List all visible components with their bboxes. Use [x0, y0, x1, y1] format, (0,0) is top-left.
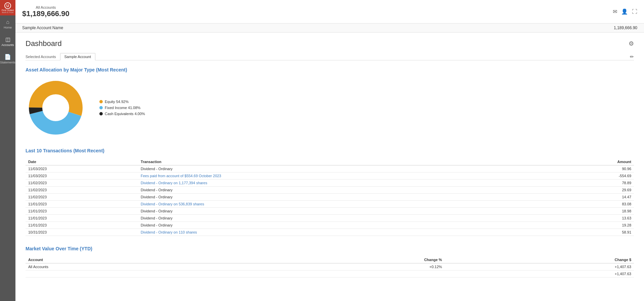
donut-svg	[26, 78, 86, 138]
tx-amount: 13.63	[543, 215, 634, 222]
logo-company: First United	[2, 9, 14, 11]
cash-label: Cash Equivalents 4.00%	[105, 112, 145, 116]
settings-icon[interactable]: ⚙	[629, 40, 634, 47]
market-total-row: +1,407.63	[26, 270, 634, 278]
sidebar-item-statements[interactable]: 📄 Statements	[0, 50, 15, 68]
market-change-dollar: +1,407.63	[445, 263, 634, 270]
chart-section: Equity 54.92% Fixed Income 41.08% Cash E…	[26, 78, 634, 138]
tx-amount: 58.91	[543, 229, 634, 236]
transactions-table: Date Transaction Amount 11/03/2023Divide…	[26, 158, 634, 236]
table-row: 11/02/2023Dividend - Ordinary29.69	[26, 187, 634, 194]
market-col-change-dollar: Change $	[445, 256, 634, 263]
equity-label: Equity 54.92%	[105, 100, 129, 104]
table-row: 11/01/2023Dividend - Ordinary on 536,839…	[26, 201, 634, 208]
topbar-title-group: All Accounts $1,189,666.90	[22, 5, 70, 18]
market-col-account: Account	[26, 256, 245, 263]
market-total-blank2	[126, 270, 226, 278]
tx-date: 11/03/2023	[26, 172, 138, 180]
tx-date: 11/01/2023	[26, 208, 138, 215]
transactions-title: Last 10 Transactions (Most Recent)	[26, 148, 634, 153]
tx-description: Dividend - Ordinary	[138, 208, 543, 215]
fixed-income-label: Fixed Income 41.08%	[105, 106, 140, 110]
tab-sample-account[interactable]: Sample Account	[60, 53, 96, 60]
tx-date: 11/01/2023	[26, 201, 138, 208]
tx-date: 11/02/2023	[26, 187, 138, 194]
tx-description[interactable]: Fees paid from account of $554.69 Octobe…	[138, 172, 543, 180]
tx-description[interactable]: Dividend - Ordinary on 1,177,394 shares	[138, 180, 543, 187]
main-content: All Accounts $1,189,666.90 ✉ 👤 ⛶ Sample …	[15, 0, 644, 301]
accounts-icon: ◫	[5, 37, 10, 42]
col-amount: Amount	[543, 158, 634, 165]
market-table: Account Change % Change $ All Accounts+0…	[26, 256, 634, 270]
tx-description: Dividend - Ordinary	[138, 165, 543, 172]
all-accounts-label: All Accounts	[36, 5, 56, 9]
table-row: 11/01/2023Dividend - Ordinary18.98	[26, 208, 634, 215]
tx-amount: 90.96	[543, 165, 634, 172]
market-total-value: +1,407.63	[226, 270, 634, 278]
tx-amount: 29.69	[543, 187, 634, 194]
asset-allocation-title: Asset Allocation by Major Type (Most Rec…	[26, 67, 634, 72]
sidebar-item-home[interactable]: ⌂ Home	[0, 15, 15, 33]
market-account: All Accounts	[26, 263, 245, 270]
app-logo: U First United Bank & Trust	[0, 0, 15, 15]
table-row: 11/03/2023Fees paid from account of $554…	[26, 172, 634, 180]
sidebar-item-accounts[interactable]: ◫ Accounts	[0, 33, 15, 50]
market-col-change-pct: Change %	[245, 256, 445, 263]
market-change-pct: +0.12%	[245, 263, 445, 270]
logo-sub: Bank & Trust	[2, 11, 13, 13]
mail-icon[interactable]: ✉	[613, 8, 617, 15]
table-row: 11/03/2023Dividend - Ordinary90.96	[26, 165, 634, 172]
tx-date: 11/02/2023	[26, 180, 138, 187]
tx-amount: 78.89	[543, 180, 634, 187]
col-date: Date	[26, 158, 138, 165]
market-value-section: Market Value Over Time (YTD) Account Cha…	[26, 246, 634, 278]
market-value-title: Market Value Over Time (YTD)	[26, 246, 634, 251]
table-row: 11/01/2023Dividend - Ordinary19.28	[26, 222, 634, 229]
fixed-income-dot	[99, 106, 103, 109]
home-icon: ⌂	[6, 19, 9, 25]
donut-chart	[26, 78, 86, 138]
user-icon[interactable]: 👤	[621, 8, 628, 15]
tx-description: Dividend - Ordinary	[138, 194, 543, 201]
tx-description: Dividend - Ordinary	[138, 222, 543, 229]
tx-amount: -554.69	[543, 172, 634, 180]
market-total-table: +1,407.63	[26, 270, 634, 278]
statements-icon: 📄	[4, 54, 11, 60]
table-row: 11/02/2023Dividend - Ordinary on 1,177,3…	[26, 180, 634, 187]
account-row: Sample Account Name 1,189,666.90	[15, 23, 644, 33]
expand-icon[interactable]: ⛶	[632, 9, 637, 15]
sidebar-accounts-label: Accounts	[1, 43, 14, 47]
selected-accounts-label: Selected Accounts	[26, 53, 56, 60]
tx-date: 11/03/2023	[26, 165, 138, 172]
legend-equity: Equity 54.92%	[99, 100, 145, 104]
sidebar: U First United Bank & Trust ⌂ Home ◫ Acc…	[0, 0, 15, 301]
table-row: 10/31/2023Dividend - Ordinary on 110 sha…	[26, 229, 634, 236]
legend-fixed-income: Fixed Income 41.08%	[99, 106, 145, 110]
tx-date: 11/01/2023	[26, 222, 138, 229]
sidebar-statements-label: Statements	[0, 61, 15, 64]
topbar-actions: ✉ 👤 ⛶	[613, 8, 637, 15]
transactions-section: Last 10 Transactions (Most Recent) Date …	[26, 148, 634, 236]
market-total-blank	[26, 270, 126, 278]
tx-amount: 18.98	[543, 208, 634, 215]
dashboard-header: Dashboard ⚙	[26, 39, 634, 48]
tab-edit-icon[interactable]: ✏	[630, 54, 634, 59]
col-transaction: Transaction	[138, 158, 543, 165]
tx-amount: 19.28	[543, 222, 634, 229]
svg-point-3	[43, 95, 68, 120]
tx-date: 11/02/2023	[26, 194, 138, 201]
table-row: 11/01/2023Dividend - Ordinary13.63	[26, 215, 634, 222]
content-area: Dashboard ⚙ Selected Accounts Sample Acc…	[15, 33, 644, 301]
tx-description[interactable]: Dividend - Ordinary on 110 shares	[138, 229, 543, 236]
tx-description: Dividend - Ordinary	[138, 215, 543, 222]
legend-cash: Cash Equivalents 4.00%	[99, 112, 145, 116]
account-value: 1,189,666.90	[614, 26, 637, 30]
topbar: All Accounts $1,189,666.90 ✉ 👤 ⛶	[15, 0, 644, 23]
total-amount: $1,189,666.90	[22, 9, 70, 18]
sidebar-home-label: Home	[4, 26, 12, 29]
tx-description[interactable]: Dividend - Ordinary on 536,839 shares	[138, 201, 543, 208]
tx-date: 10/31/2023	[26, 229, 138, 236]
tx-amount: 83.08	[543, 201, 634, 208]
account-name: Sample Account Name	[22, 26, 63, 30]
tx-description: Dividend - Ordinary	[138, 187, 543, 194]
